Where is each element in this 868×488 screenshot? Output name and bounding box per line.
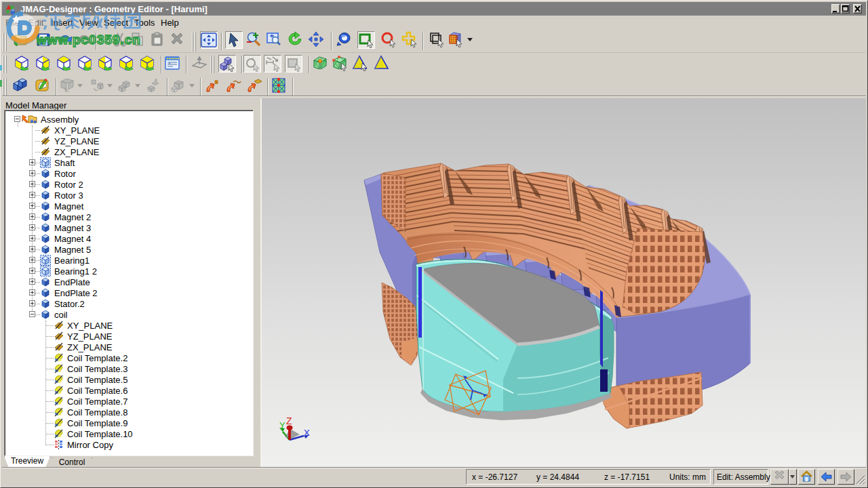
svg-text:Y: Y xyxy=(279,420,285,430)
svg-text:X: X xyxy=(304,428,310,438)
svg-text:Z: Z xyxy=(286,415,292,426)
